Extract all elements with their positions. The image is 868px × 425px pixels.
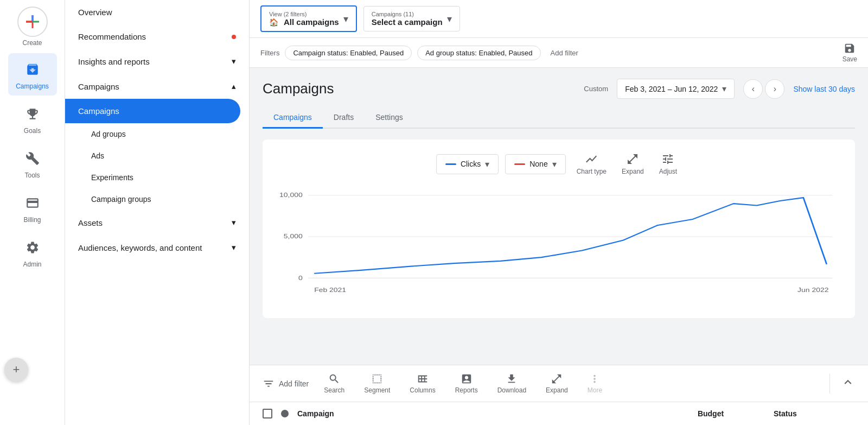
metric2-label: None bbox=[529, 160, 547, 168]
goals-icon bbox=[22, 103, 43, 125]
toolbar-expand-icon bbox=[551, 373, 563, 385]
tabs-row: Campaigns Drafts Settings bbox=[263, 107, 855, 129]
chart-svg-wrap: 10,000 5,000 0 Feb 2021 Jun 2022 bbox=[273, 186, 844, 307]
toolbar-columns-button[interactable]: Columns bbox=[405, 371, 439, 396]
campaign-dropdown-chevron-icon: ▾ bbox=[447, 13, 452, 25]
line-chart: 10,000 5,000 0 Feb 2021 Jun 2022 bbox=[273, 186, 844, 306]
adjust-chart-button[interactable]: Adjust bbox=[655, 150, 681, 177]
save-icon bbox=[844, 42, 856, 54]
filter-bar-label: Filters bbox=[260, 49, 279, 57]
toolbar-columns-label: Columns bbox=[410, 386, 435, 394]
add-filter-button[interactable]: Add filter bbox=[546, 46, 583, 60]
reports-icon bbox=[461, 373, 473, 385]
top-bar: View (2 filters) 🏠 All campaigns ▾ Campa… bbox=[250, 0, 868, 38]
metric1-button[interactable]: Clicks ▾ bbox=[436, 154, 499, 174]
nav-sidebar: Overview Recommendations Insights and re… bbox=[65, 0, 250, 425]
metric2-line-icon bbox=[514, 163, 525, 165]
chart-type-button[interactable]: Chart type bbox=[572, 150, 611, 177]
prev-date-button[interactable]: ‹ bbox=[743, 79, 763, 99]
table-col-status: Status bbox=[774, 409, 855, 418]
download-icon bbox=[506, 373, 518, 385]
sidebar-item-goals[interactable]: Goals bbox=[8, 98, 57, 140]
collapse-icon bbox=[841, 375, 855, 389]
save-button-top[interactable]: Save bbox=[843, 42, 857, 63]
nav-sub-campaigngroups[interactable]: Campaign groups bbox=[65, 188, 249, 210]
bottom-toolbar: Add filter Search Segment Columns Report… bbox=[250, 365, 868, 402]
chart-type-icon bbox=[585, 153, 598, 166]
tab-settings[interactable]: Settings bbox=[365, 107, 414, 129]
nav-sub-campaigns[interactable]: Campaigns bbox=[65, 99, 240, 123]
date-range-button[interactable]: Feb 3, 2021 – Jun 12, 2022 ▾ bbox=[617, 79, 735, 99]
sidebar-item-tools[interactable]: Tools bbox=[8, 142, 57, 185]
nav-item-recommendations[interactable]: Recommendations bbox=[65, 24, 249, 49]
toolbar-more-button[interactable]: More bbox=[583, 371, 607, 396]
campaigns-icon bbox=[22, 59, 43, 80]
nav-section-insights[interactable]: Insights and reports ▾ bbox=[65, 49, 249, 74]
filter-chip-campaign-status[interactable]: Campaign status: Enabled, Paused bbox=[285, 46, 412, 60]
svg-text:Feb 2021: Feb 2021 bbox=[314, 287, 346, 293]
nav-sub-experiments[interactable]: Experiments bbox=[65, 167, 249, 188]
toolbar-segment-label: Segment bbox=[364, 386, 390, 394]
table-status-dot bbox=[281, 410, 289, 417]
view-dropdown-chevron-icon: ▾ bbox=[343, 13, 348, 25]
admin-sidebar-label: Admin bbox=[23, 261, 41, 268]
nav-section-assets[interactable]: Assets ▾ bbox=[65, 210, 249, 235]
tab-drafts[interactable]: Drafts bbox=[323, 107, 365, 129]
sidebar-item-admin[interactable]: Admin bbox=[8, 231, 57, 274]
table-header: Campaign Budget Status bbox=[250, 402, 868, 425]
view-dropdown-top-label: View (2 filters) bbox=[269, 11, 339, 17]
campaign-dropdown-main-label: Select a campaign bbox=[372, 17, 443, 27]
select-all-checkbox[interactable] bbox=[263, 409, 272, 418]
sidebar-item-billing[interactable]: Billing bbox=[8, 187, 57, 229]
chart-type-label: Chart type bbox=[577, 168, 607, 175]
view-dropdown[interactable]: View (2 filters) 🏠 All campaigns ▾ bbox=[260, 5, 357, 32]
expand-icon bbox=[626, 153, 639, 166]
toolbar-segment-button[interactable]: Segment bbox=[360, 371, 394, 396]
campaigns-sidebar-label: Campaigns bbox=[16, 83, 49, 90]
expand-label: Expand bbox=[622, 168, 644, 175]
campaigns-section-chevron-icon: ▴ bbox=[232, 81, 236, 91]
nav-section-campaigns[interactable]: Campaigns ▴ bbox=[65, 74, 249, 99]
sidebar-item-campaigns[interactable]: Campaigns bbox=[8, 53, 57, 96]
next-date-button[interactable]: › bbox=[765, 79, 784, 99]
svg-text:10,000: 10,000 bbox=[279, 192, 303, 199]
toolbar-separator bbox=[829, 374, 830, 394]
create-button[interactable] bbox=[17, 7, 48, 37]
adjust-icon bbox=[661, 153, 674, 166]
toolbar-download-button[interactable]: Download bbox=[493, 371, 531, 396]
filter-chip-adgroup-status[interactable]: Ad group status: Enabled, Paused bbox=[417, 46, 540, 60]
toolbar-reports-label: Reports bbox=[455, 386, 478, 394]
toolbar-add-filter-button[interactable]: Add filter bbox=[263, 378, 309, 390]
tools-sidebar-label: Tools bbox=[24, 172, 40, 179]
campaign-dropdown-top-label: Campaigns (11) bbox=[372, 11, 443, 17]
svg-text:Jun 2022: Jun 2022 bbox=[797, 287, 828, 293]
metric2-chevron-icon: ▾ bbox=[552, 159, 557, 169]
date-range-chevron-icon: ▾ bbox=[722, 84, 726, 94]
adjust-label: Adjust bbox=[659, 168, 677, 175]
toolbar-reports-button[interactable]: Reports bbox=[451, 371, 482, 396]
nav-section-audiences[interactable]: Audiences, keywords, and content ▾ bbox=[65, 235, 249, 260]
billing-icon bbox=[22, 192, 43, 214]
nav-item-overview[interactable]: Overview bbox=[65, 0, 249, 24]
tab-campaigns[interactable]: Campaigns bbox=[263, 107, 323, 129]
goals-sidebar-label: Goals bbox=[24, 127, 41, 135]
nav-sub-adgroups[interactable]: Ad groups bbox=[65, 123, 249, 145]
campaign-dropdown[interactable]: Campaigns (11) Select a campaign ▾ bbox=[363, 6, 460, 31]
date-range-text: Feb 3, 2021 – Jun 12, 2022 bbox=[625, 85, 718, 93]
toolbar-collapse-button[interactable] bbox=[841, 375, 855, 392]
custom-label: Custom bbox=[584, 85, 608, 93]
show-last-30-days-button[interactable]: Show last 30 days bbox=[793, 85, 855, 93]
table-col-campaign: Campaign bbox=[297, 409, 648, 418]
assets-chevron-icon: ▾ bbox=[232, 218, 236, 227]
table-col-budget: Budget bbox=[656, 409, 765, 418]
nav-sub-ads[interactable]: Ads bbox=[65, 145, 249, 167]
metric1-label: Clicks bbox=[461, 160, 481, 168]
expand-chart-button[interactable]: Expand bbox=[617, 150, 648, 177]
view-dropdown-main-label: All campaigns bbox=[284, 17, 339, 27]
svg-text:0: 0 bbox=[298, 275, 303, 281]
billing-sidebar-label: Billing bbox=[23, 216, 41, 224]
metric2-button[interactable]: None ▾ bbox=[505, 154, 565, 174]
toolbar-expand-button[interactable]: Expand bbox=[541, 371, 572, 396]
chart-controls: Clicks ▾ None ▾ Chart type Expand bbox=[273, 150, 844, 177]
toolbar-search-button[interactable]: Search bbox=[320, 371, 349, 396]
